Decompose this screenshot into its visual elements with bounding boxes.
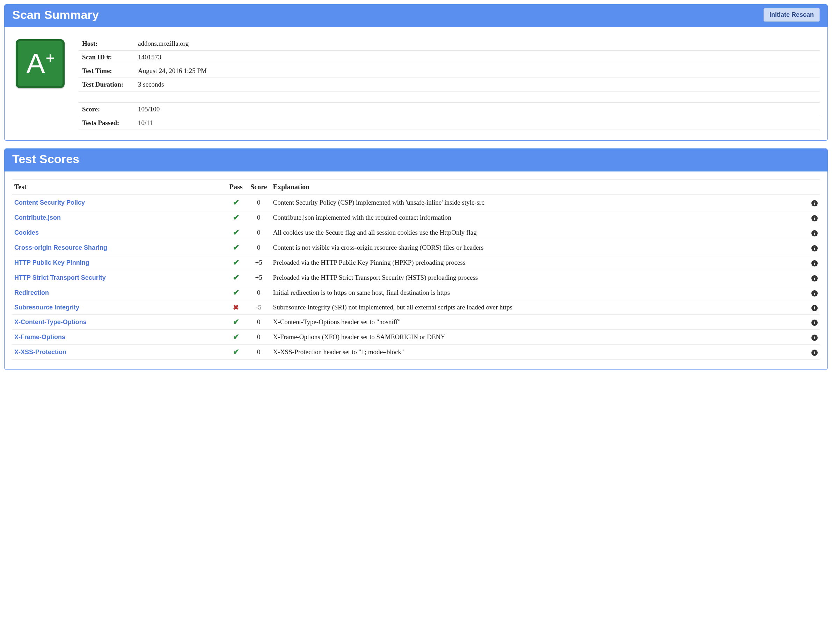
info-icon[interactable]: i [811, 215, 818, 221]
test-name-cell: X-Frame-Options [12, 330, 226, 345]
summary-row-testtime: Test Time: August 24, 2016 1:25 PM [78, 64, 820, 78]
pass-cell: ✔ [226, 345, 246, 360]
score-cell: +5 [246, 270, 271, 285]
grade-letter: A [26, 50, 45, 78]
check-icon: ✔ [233, 332, 239, 342]
info-icon[interactable]: i [811, 275, 818, 281]
info-cell: i [806, 330, 820, 345]
col-header-info [806, 179, 820, 195]
test-name-cell: Cross-origin Resource Sharing [12, 240, 226, 255]
info-cell: i [806, 255, 820, 270]
summary-row-spacer [78, 91, 820, 103]
test-name-cell: Contribute.json [12, 210, 226, 225]
info-icon[interactable]: i [811, 290, 818, 297]
explanation-cell: X-XSS-Protection header set to "1; mode=… [271, 345, 806, 360]
col-header-score: Score [246, 179, 271, 195]
test-name-cell: X-XSS-Protection [12, 345, 226, 360]
pass-cell: ✔ [226, 195, 246, 210]
explanation-cell: X-Content-Type-Options header set to "no… [271, 315, 806, 330]
table-row: HTTP Strict Transport Security✔+5Preload… [12, 270, 820, 285]
info-icon[interactable]: i [811, 305, 818, 311]
test-name-cell: X-Content-Type-Options [12, 315, 226, 330]
test-link[interactable]: HTTP Strict Transport Security [14, 274, 106, 281]
summary-label: Test Time: [78, 64, 134, 78]
explanation-cell: All cookies use the Secure flag and all … [271, 225, 806, 240]
score-cell: 0 [246, 285, 271, 300]
summary-value: 10/11 [134, 116, 820, 130]
score-cell: 0 [246, 195, 271, 210]
test-link[interactable]: X-Frame-Options [14, 334, 65, 340]
test-link[interactable]: Subresource Integrity [14, 304, 79, 311]
info-cell: i [806, 315, 820, 330]
table-row: Redirection✔0Initial redirection is to h… [12, 285, 820, 300]
summary-table: Host: addons.mozilla.org Scan ID #: 1401… [78, 37, 820, 130]
summary-label: Score: [78, 103, 134, 116]
table-row: Cross-origin Resource Sharing✔0Content i… [12, 240, 820, 255]
grade-badge: A + [16, 39, 65, 88]
col-header-test: Test [12, 179, 226, 195]
test-scores-table: Test Pass Score Explanation Content Secu… [12, 179, 820, 360]
col-header-explanation: Explanation [271, 179, 806, 195]
pass-cell: ✔ [226, 255, 246, 270]
scan-summary-body: A + Host: addons.mozilla.org Scan ID #: … [5, 27, 827, 141]
score-cell: +5 [246, 255, 271, 270]
info-cell: i [806, 345, 820, 360]
info-icon[interactable]: i [811, 230, 818, 237]
pass-cell: ✔ [226, 240, 246, 255]
explanation-cell: Subresource Integrity (SRI) not implemen… [271, 300, 806, 315]
test-link[interactable]: HTTP Public Key Pinning [14, 259, 90, 266]
pass-cell: ✔ [226, 270, 246, 285]
pass-cell: ✔ [226, 330, 246, 345]
summary-value: 1401573 [134, 51, 820, 64]
check-icon: ✔ [233, 198, 239, 207]
pass-cell: ✔ [226, 315, 246, 330]
test-link[interactable]: Redirection [14, 289, 49, 296]
test-link[interactable]: Cross-origin Resource Sharing [14, 244, 107, 251]
test-link[interactable]: Cookies [14, 229, 39, 236]
info-icon[interactable]: i [811, 245, 818, 251]
table-header-row: Test Pass Score Explanation [12, 179, 820, 195]
score-cell: 0 [246, 315, 271, 330]
summary-value: 3 seconds [134, 78, 820, 91]
info-cell: i [806, 270, 820, 285]
info-icon[interactable]: i [811, 260, 818, 267]
summary-value: 105/100 [134, 103, 820, 116]
test-scores-panel: Test Scores Test Pass Score Explanation … [4, 149, 828, 370]
test-link[interactable]: X-Content-Type-Options [14, 318, 86, 326]
test-scores-body: Test Pass Score Explanation Content Secu… [5, 171, 827, 369]
summary-row-scanid: Scan ID #: 1401573 [78, 51, 820, 64]
cross-icon: ✖ [233, 303, 239, 312]
info-icon[interactable]: i [811, 320, 818, 326]
summary-label: Host: [78, 37, 134, 51]
score-cell: 0 [246, 210, 271, 225]
explanation-cell: Preloaded via the HTTP Public Key Pinnin… [271, 255, 806, 270]
summary-row-duration: Test Duration: 3 seconds [78, 78, 820, 91]
check-icon: ✔ [233, 318, 239, 326]
check-icon: ✔ [233, 347, 239, 356]
info-icon[interactable]: i [811, 350, 818, 356]
score-cell: 0 [246, 225, 271, 240]
test-link[interactable]: Contribute.json [14, 214, 61, 221]
summary-label: Tests Passed: [78, 116, 134, 130]
check-icon: ✔ [233, 288, 239, 297]
test-scores-title: Test Scores [12, 152, 79, 166]
test-name-cell: Cookies [12, 225, 226, 240]
test-link[interactable]: Content Security Policy [14, 199, 85, 206]
summary-label: Test Duration: [78, 78, 134, 91]
test-name-cell: HTTP Strict Transport Security [12, 270, 226, 285]
info-icon[interactable]: i [811, 335, 818, 341]
info-icon[interactable]: i [811, 200, 818, 206]
test-link[interactable]: X-XSS-Protection [14, 348, 66, 356]
summary-row-passed: Tests Passed: 10/11 [78, 116, 820, 130]
initiate-rescan-button[interactable]: Initiate Rescan [763, 8, 820, 22]
test-scores-header: Test Scores [5, 149, 827, 171]
score-cell: 0 [246, 330, 271, 345]
table-row: Contribute.json✔0Contribute.json impleme… [12, 210, 820, 225]
table-row: Subresource Integrity✖-5Subresource Inte… [12, 300, 820, 315]
scan-summary-title: Scan Summary [12, 8, 99, 22]
explanation-cell: Preloaded via the HTTP Strict Transport … [271, 270, 806, 285]
explanation-cell: X-Frame-Options (XFO) header set to SAME… [271, 330, 806, 345]
check-icon: ✔ [233, 273, 239, 282]
table-row: X-XSS-Protection✔0X-XSS-Protection heade… [12, 345, 820, 360]
pass-cell: ✔ [226, 285, 246, 300]
